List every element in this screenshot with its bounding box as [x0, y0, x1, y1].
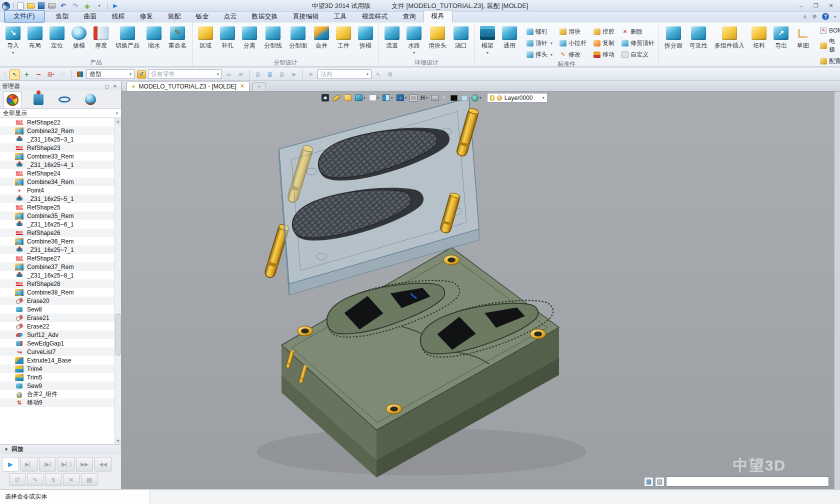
ribbon-button[interactable]: 补孔 [216, 24, 238, 50]
collapse-ribbon-icon[interactable]: ∧ [803, 14, 807, 20]
menu-tab[interactable]: 修复 [132, 11, 160, 22]
ribbon-button[interactable]: 导出 [770, 24, 792, 50]
shaded-mode-icon[interactable]: ▾ [355, 94, 366, 101]
align-icon[interactable]: H▾ [420, 94, 428, 102]
close-button[interactable]: ✕ [824, 2, 838, 10]
menu-tab[interactable]: 曲面 [76, 11, 104, 22]
pick-target-icon[interactable]: ◈ [83, 2, 92, 10]
save-icon[interactable] [38, 2, 44, 9]
constrain-icon[interactable]: ≋ [236, 70, 246, 80]
ribbon-small-button[interactable]: 挖腔 [592, 26, 616, 37]
ribbon-button[interactable]: 浇口 [450, 24, 472, 50]
background-image-icon[interactable] [431, 95, 438, 101]
3d-canvas[interactable]: ✱ ▾ ▾ ▾ ◔▾ H▾ ↖ ▾ Layer0000 ▾ [122, 92, 834, 489]
ribbon-small-button[interactable]: 移动 [592, 49, 616, 60]
ribbon-small-button[interactable]: 配置 [818, 56, 840, 66]
menu-tab[interactable]: 工具 [326, 11, 354, 22]
tree-item[interactable]: _Z31_16x25~4_1 [0, 160, 114, 169]
tree-item[interactable]: Combine35_Rem [0, 212, 114, 220]
tree-item[interactable]: Combine37_Rem [0, 262, 114, 271]
right-panel-strip[interactable] [834, 92, 840, 489]
ribbon-button[interactable]: 拆分面 [661, 24, 686, 50]
ribbon-small-button[interactable]: 顶针 ▾ [524, 38, 554, 48]
continue-command-icon[interactable]: ▶ [111, 2, 120, 10]
menu-tab[interactable]: 造型 [48, 11, 76, 22]
ribbon-small-button[interactable]: 删除 [620, 26, 656, 37]
ribbon-button[interactable]: 分型线 [260, 24, 286, 50]
ribbon-small-button[interactable]: 电极 ▾ [818, 36, 840, 55]
ribbon-button[interactable]: 滑块头 [425, 24, 450, 50]
minimize-button[interactable]: ‒ [794, 2, 808, 10]
material-ball-icon[interactable]: ▾ [472, 94, 482, 102]
ribbon-small-button[interactable]: 修改 [558, 49, 588, 60]
tree-item[interactable]: Combine34_Rem [0, 178, 114, 186]
filter-list-1-icon[interactable]: ≣ [252, 70, 263, 80]
ribbon-small-button[interactable]: BOM [818, 26, 840, 35]
ribbon-button[interactable]: 分型面 [286, 24, 310, 50]
tree-item[interactable]: RefShape23 [0, 144, 114, 152]
ribbon-button[interactable]: 厚度 [90, 24, 112, 50]
tree-item[interactable]: Erase20 [0, 296, 114, 305]
remove-icon[interactable]: − [34, 70, 44, 80]
view-orientation-icon[interactable]: ◔▾ [396, 94, 407, 101]
ribbon-button[interactable]: 布局 [24, 24, 46, 50]
pick-entity-icon[interactable]: ↖ [10, 70, 20, 80]
quick-access-dropdown-icon[interactable]: ▾ [95, 2, 104, 10]
tab-file[interactable]: 文件(F) [4, 10, 44, 22]
open-file-icon[interactable] [27, 3, 34, 8]
tree-item[interactable]: Combine38_Rem [0, 288, 114, 296]
tree-filter-combo[interactable]: 全部显示 ▾ [0, 109, 121, 118]
redo-icon[interactable]: ↷ [71, 2, 80, 10]
help-dropdown-icon[interactable]: ▾ [834, 14, 836, 19]
menu-tab[interactable]: 数据交换 [244, 11, 286, 22]
menu-tab[interactable]: 直接编辑 [286, 11, 326, 22]
walkthrough-icon[interactable]: ✱ [322, 94, 329, 102]
menu-tab[interactable]: 视觉样式 [354, 11, 396, 22]
black-color-swatch[interactable] [450, 95, 458, 101]
ribbon-button[interactable]: 坯料 [748, 24, 770, 50]
tree-item[interactable]: Combine32_Rem [0, 126, 114, 135]
tree-item[interactable]: _Z31_16x25~7_1 [0, 246, 114, 254]
print-icon[interactable] [48, 3, 56, 8]
list-toggle-button[interactable]: ▤ [655, 477, 664, 486]
ribbon-button[interactable]: 草图 [792, 24, 814, 50]
ribbon-button[interactable]: 拔模 [68, 24, 90, 50]
tab-plus-icon[interactable]: + [132, 82, 136, 90]
menu-tab[interactable]: 钣金 [188, 11, 216, 22]
tree-item[interactable]: Sew9 [0, 382, 114, 390]
tree-item[interactable]: RefShape24 [0, 169, 114, 178]
manager-tab-view[interactable] [81, 92, 100, 108]
tree-item[interactable]: SewEdgGap1 [0, 339, 114, 348]
undo-icon[interactable]: ↶ [59, 2, 68, 10]
tree-scrollbar[interactable]: ▲ ▼ [114, 118, 121, 444]
tree-item[interactable]: RefShape22 [0, 118, 114, 126]
scroll-thumb[interactable] [116, 314, 120, 356]
replay-play-button[interactable]: ▶ [2, 457, 19, 472]
tree-item[interactable]: Extrude14_Base [0, 356, 114, 364]
entity-type-combo[interactable]: 造型 ▾ [86, 70, 134, 79]
scroll-up-icon[interactable]: ▲ [115, 118, 121, 124]
menu-tab[interactable]: 点云 [216, 11, 244, 22]
replay-edit-button[interactable]: ✎ [27, 474, 44, 486]
lasso-icon[interactable]: ◌ [58, 70, 68, 80]
menu-tab[interactable]: 线框 [104, 11, 132, 22]
command-input[interactable] [666, 476, 829, 486]
tab-close-icon[interactable]: ✕ [240, 83, 244, 90]
tree-item[interactable]: _Z31_16x25~8_1 [0, 271, 114, 280]
appearance-icon[interactable] [344, 94, 352, 101]
replay-rewind-button[interactable]: ◀◀ [94, 457, 112, 472]
add-box-icon[interactable]: ⊞▾ [46, 70, 56, 80]
wireframe-mode-icon[interactable]: ▾ [369, 94, 380, 101]
cursor-mode-icon[interactable]: ↖ [373, 70, 384, 80]
manager-tab-history[interactable] [3, 92, 22, 108]
tree-item[interactable]: 合并2_组件 [0, 390, 114, 398]
replay-list-button[interactable]: ▤ [81, 474, 98, 486]
color-filter-icon[interactable] [74, 70, 85, 80]
grid-toggle-button[interactable]: ▦ [644, 477, 654, 486]
filter-list-2-icon[interactable]: ≣ [264, 70, 275, 80]
replay-step-button[interactable]: ▶▏ [20, 457, 38, 472]
ribbon-button[interactable]: 流道 [381, 24, 403, 50]
tree-item[interactable]: _Z31_16x25~6_1 [0, 220, 114, 228]
ribbon-small-button[interactable]: 撑头 ▾ [524, 49, 554, 60]
reorient-icon[interactable]: ↺ [136, 70, 146, 80]
